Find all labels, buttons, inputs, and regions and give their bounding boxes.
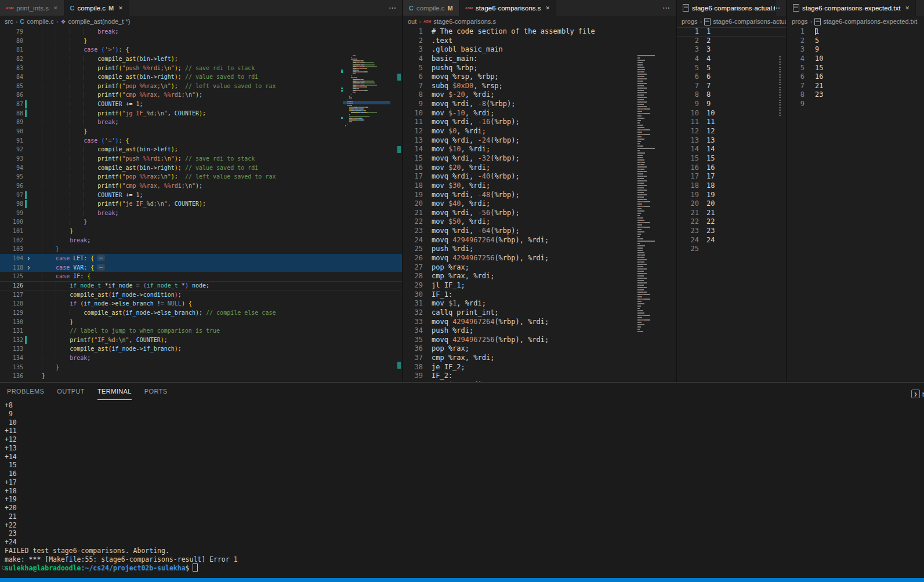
gutter[interactable]: [699, 181, 704, 191]
gutter[interactable]: [423, 181, 427, 191]
line-number[interactable]: 136: [0, 372, 23, 381]
gutter[interactable]: [23, 191, 37, 200]
code-line[interactable]: 2424: [677, 236, 786, 245]
gutter[interactable]: [423, 326, 427, 336]
gutter[interactable]: [423, 45, 427, 54]
gutter[interactable]: [23, 100, 37, 109]
code-line[interactable]: 11movq %rdi, -16(%rbp);: [403, 118, 676, 127]
line-number[interactable]: 134: [0, 354, 23, 363]
code-line[interactable]: 89 break;: [0, 118, 402, 127]
code-line[interactable]: 30IF_1:: [403, 290, 676, 300]
code-line[interactable]: 2020: [677, 199, 786, 209]
line-number[interactable]: 16: [677, 163, 699, 173]
tab-stage6-comparisons.s[interactable]: ASMstage6-comparisons.s✕: [459, 0, 556, 16]
terminal-prompt[interactable]: sulekha@labradoodle:~/cs24/project02b-su…: [0, 563, 924, 572]
code-line[interactable]: 90 }: [0, 127, 402, 136]
code-line[interactable]: 96 printf("cmp %%rax, %%rdi;\n");: [0, 181, 402, 191]
gutter[interactable]: [423, 308, 427, 318]
line-number[interactable]: 23: [677, 227, 699, 236]
gutter[interactable]: [423, 145, 427, 154]
gutter[interactable]: [23, 344, 37, 354]
line-number[interactable]: 7: [677, 82, 699, 91]
code-line[interactable]: 55: [677, 64, 786, 73]
code-line[interactable]: 98 printf("je IF_%d;\n", COUNTER);: [0, 199, 402, 209]
gutter[interactable]: [23, 290, 37, 300]
line-number[interactable]: 103: [0, 245, 23, 254]
gutter[interactable]: [699, 100, 704, 109]
minimap[interactable]: [345, 54, 386, 126]
gutter[interactable]: [23, 227, 37, 236]
gutter[interactable]: [699, 217, 704, 227]
line-number[interactable]: 23: [403, 227, 423, 236]
line-number[interactable]: 4: [677, 54, 699, 64]
code-line[interactable]: 36pop %rax;: [403, 344, 676, 354]
gutter[interactable]: [699, 154, 704, 163]
gutter[interactable]: [23, 136, 37, 146]
code-line[interactable]: 125 case IF: {: [0, 272, 402, 281]
line-number[interactable]: 131: [0, 326, 23, 336]
gutter[interactable]: [699, 163, 704, 173]
line-number[interactable]: 102: [0, 236, 23, 245]
code-line[interactable]: 101 }: [0, 227, 402, 236]
line-number[interactable]: 10: [677, 109, 699, 118]
line-number[interactable]: 101: [0, 227, 23, 236]
code-line[interactable]: 26movq 4294967256(%rbp), %rdi;: [403, 254, 676, 263]
code-line[interactable]: 2222: [677, 217, 786, 227]
breadcrumb-item[interactable]: compile_ast(node_t *): [68, 18, 130, 25]
line-number[interactable]: 3: [787, 45, 805, 54]
breadcrumb-item[interactable]: progs: [792, 18, 808, 25]
line-number[interactable]: 13: [403, 136, 423, 146]
line-number[interactable]: 15: [677, 154, 699, 163]
gutter[interactable]: [23, 72, 37, 82]
code-line[interactable]: 22: [677, 37, 786, 46]
code-line[interactable]: 84 compile_ast(bin->right); // value sav…: [0, 72, 402, 82]
line-number[interactable]: 132: [0, 336, 23, 345]
gutter[interactable]: [423, 209, 427, 218]
line-number[interactable]: 11: [403, 118, 423, 127]
code-line[interactable]: 25: [677, 245, 786, 254]
line-number[interactable]: 96: [0, 181, 23, 191]
gutter[interactable]: [23, 308, 37, 318]
gutter[interactable]: [699, 90, 704, 100]
gutter[interactable]: [423, 191, 427, 200]
line-number[interactable]: 27: [403, 263, 423, 272]
gutter[interactable]: [699, 109, 704, 118]
line-number[interactable]: 11: [677, 118, 699, 127]
line-number[interactable]: 99: [0, 209, 23, 218]
gutter[interactable]: [23, 236, 37, 245]
gutter[interactable]: [423, 272, 427, 281]
code-line[interactable]: 12mov $0, %rdi;: [403, 127, 676, 136]
gutter[interactable]: [423, 344, 427, 354]
gutter[interactable]: [23, 90, 37, 100]
gutter[interactable]: [423, 245, 427, 254]
code-line[interactable]: 131 // label to jump to when comparison …: [0, 326, 402, 336]
line-number[interactable]: 10: [403, 109, 423, 118]
line-number[interactable]: 9: [403, 100, 423, 109]
code-line[interactable]: 17movq %rdi, -40(%rbp);: [403, 172, 676, 181]
line-number[interactable]: 84: [0, 72, 23, 82]
gutter[interactable]: [23, 109, 37, 118]
line-number[interactable]: 85: [0, 82, 23, 91]
code-line[interactable]: 81 case ('>'): {: [0, 45, 402, 54]
line-number[interactable]: 133: [0, 344, 23, 354]
code-line[interactable]: 23movq %rdi, -64(%rbp);: [403, 227, 676, 236]
gutter[interactable]: [23, 299, 37, 308]
gutter[interactable]: [423, 109, 427, 118]
gutter[interactable]: [23, 326, 37, 336]
line-number[interactable]: 83: [0, 64, 23, 73]
code-line[interactable]: 38je IF_2;: [403, 363, 676, 372]
gutter[interactable]: [699, 236, 704, 245]
code-line[interactable]: 118❯ case VAR: {⋯: [0, 263, 402, 272]
gutter[interactable]: [423, 163, 427, 173]
gutter[interactable]: [805, 45, 808, 54]
line-number[interactable]: 104: [0, 254, 23, 263]
code-line[interactable]: 32callq print_int;: [403, 308, 676, 318]
code-line[interactable]: 2121: [677, 209, 786, 218]
line-number[interactable]: 80: [0, 37, 23, 46]
line-number[interactable]: 8: [677, 90, 699, 100]
line-number[interactable]: 7: [403, 82, 423, 91]
tab-stage6-comparisons-actual.txt[interactable]: stage6-comparisons-actual.txt: [677, 0, 776, 16]
line-number[interactable]: 9: [677, 100, 699, 109]
line-number[interactable]: 8: [787, 90, 805, 100]
gutter[interactable]: [699, 245, 704, 254]
